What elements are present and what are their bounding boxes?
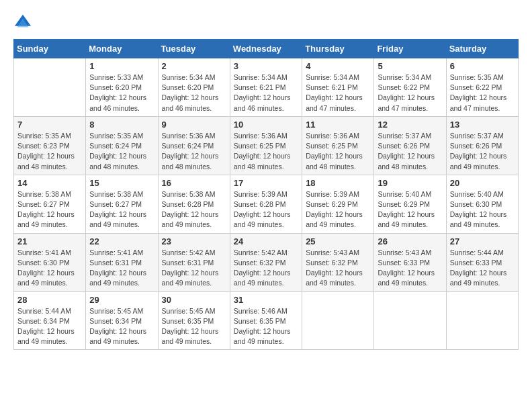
calendar-cell: 28Sunrise: 5:44 AM Sunset: 6:34 PM Dayli… <box>14 291 86 350</box>
week-row-2: 7Sunrise: 5:35 AM Sunset: 6:23 PM Daylig… <box>14 116 519 175</box>
day-info: Sunrise: 5:34 AM Sunset: 6:20 PM Dayligh… <box>162 73 226 113</box>
day-number: 14 <box>17 178 82 188</box>
calendar-cell <box>302 291 374 350</box>
day-info: Sunrise: 5:42 AM Sunset: 6:32 PM Dayligh… <box>234 248 298 289</box>
day-number: 28 <box>17 295 82 305</box>
calendar-cell: 3Sunrise: 5:34 AM Sunset: 6:21 PM Daylig… <box>230 58 302 117</box>
day-number: 11 <box>306 120 370 130</box>
calendar-cell: 7Sunrise: 5:35 AM Sunset: 6:23 PM Daylig… <box>14 116 86 175</box>
day-number: 9 <box>162 120 226 130</box>
day-info: Sunrise: 5:39 AM Sunset: 6:28 PM Dayligh… <box>234 189 298 230</box>
day-number: 24 <box>234 236 298 246</box>
calendar-cell: 20Sunrise: 5:40 AM Sunset: 6:30 PM Dayli… <box>446 175 518 233</box>
day-info: Sunrise: 5:36 AM Sunset: 6:25 PM Dayligh… <box>306 131 370 172</box>
day-number: 10 <box>234 120 298 130</box>
calendar-cell <box>14 58 86 117</box>
day-number: 26 <box>378 236 442 246</box>
header-saturday: Saturday <box>446 40 518 58</box>
day-number: 19 <box>378 178 442 188</box>
day-info: Sunrise: 5:39 AM Sunset: 6:29 PM Dayligh… <box>306 189 370 230</box>
calendar-cell: 12Sunrise: 5:37 AM Sunset: 6:26 PM Dayli… <box>374 116 446 175</box>
day-info: Sunrise: 5:35 AM Sunset: 6:24 PM Dayligh… <box>89 131 154 172</box>
calendar-cell: 23Sunrise: 5:42 AM Sunset: 6:31 PM Dayli… <box>158 233 230 291</box>
calendar-cell: 19Sunrise: 5:40 AM Sunset: 6:29 PM Dayli… <box>374 175 446 233</box>
day-number: 13 <box>450 120 515 130</box>
calendar-cell: 25Sunrise: 5:43 AM Sunset: 6:32 PM Dayli… <box>302 233 374 291</box>
day-info: Sunrise: 5:46 AM Sunset: 6:35 PM Dayligh… <box>234 306 298 347</box>
calendar-cell: 9Sunrise: 5:36 AM Sunset: 6:24 PM Daylig… <box>158 116 230 175</box>
day-number: 8 <box>89 120 154 130</box>
day-info: Sunrise: 5:33 AM Sunset: 6:20 PM Dayligh… <box>89 73 154 113</box>
day-info: Sunrise: 5:35 AM Sunset: 6:22 PM Dayligh… <box>450 73 515 113</box>
day-number: 1 <box>89 61 154 71</box>
day-info: Sunrise: 5:38 AM Sunset: 6:27 PM Dayligh… <box>17 189 82 230</box>
day-info: Sunrise: 5:42 AM Sunset: 6:31 PM Dayligh… <box>162 248 226 289</box>
day-info: Sunrise: 5:40 AM Sunset: 6:29 PM Dayligh… <box>378 189 442 230</box>
calendar-cell: 24Sunrise: 5:42 AM Sunset: 6:32 PM Dayli… <box>230 233 302 291</box>
day-number: 5 <box>378 61 442 71</box>
calendar-cell: 10Sunrise: 5:36 AM Sunset: 6:25 PM Dayli… <box>230 116 302 175</box>
day-number: 15 <box>89 178 154 188</box>
day-info: Sunrise: 5:34 AM Sunset: 6:21 PM Dayligh… <box>234 73 298 113</box>
week-row-4: 21Sunrise: 5:41 AM Sunset: 6:30 PM Dayli… <box>14 233 519 291</box>
day-info: Sunrise: 5:43 AM Sunset: 6:33 PM Dayligh… <box>378 248 442 289</box>
day-info: Sunrise: 5:36 AM Sunset: 6:24 PM Dayligh… <box>162 131 226 172</box>
header-friday: Friday <box>374 40 446 58</box>
day-number: 23 <box>162 236 226 246</box>
day-info: Sunrise: 5:41 AM Sunset: 6:30 PM Dayligh… <box>17 248 82 289</box>
week-row-1: 1Sunrise: 5:33 AM Sunset: 6:20 PM Daylig… <box>14 58 519 117</box>
calendar-cell: 1Sunrise: 5:33 AM Sunset: 6:20 PM Daylig… <box>86 58 158 117</box>
calendar-cell: 30Sunrise: 5:45 AM Sunset: 6:35 PM Dayli… <box>158 291 230 350</box>
day-info: Sunrise: 5:36 AM Sunset: 6:25 PM Dayligh… <box>234 131 298 172</box>
day-info: Sunrise: 5:40 AM Sunset: 6:30 PM Dayligh… <box>450 189 515 230</box>
day-number: 25 <box>306 236 370 246</box>
day-number: 4 <box>306 61 370 71</box>
calendar-cell: 11Sunrise: 5:36 AM Sunset: 6:25 PM Dayli… <box>302 116 374 175</box>
calendar-cell: 27Sunrise: 5:44 AM Sunset: 6:33 PM Dayli… <box>446 233 518 291</box>
header-thursday: Thursday <box>302 40 374 58</box>
logo-icon <box>13 13 32 32</box>
day-number: 12 <box>378 120 442 130</box>
calendar-cell: 2Sunrise: 5:34 AM Sunset: 6:20 PM Daylig… <box>158 58 230 117</box>
day-info: Sunrise: 5:44 AM Sunset: 6:34 PM Dayligh… <box>17 306 82 347</box>
calendar-cell: 6Sunrise: 5:35 AM Sunset: 6:22 PM Daylig… <box>446 58 518 117</box>
day-number: 21 <box>17 236 82 246</box>
day-info: Sunrise: 5:35 AM Sunset: 6:23 PM Dayligh… <box>17 131 82 172</box>
week-row-5: 28Sunrise: 5:44 AM Sunset: 6:34 PM Dayli… <box>14 291 519 350</box>
day-number: 3 <box>234 61 298 71</box>
calendar-cell: 21Sunrise: 5:41 AM Sunset: 6:30 PM Dayli… <box>14 233 86 291</box>
day-number: 31 <box>234 295 298 305</box>
day-number: 27 <box>450 236 515 246</box>
day-info: Sunrise: 5:41 AM Sunset: 6:31 PM Dayligh… <box>89 248 154 289</box>
calendar-cell: 14Sunrise: 5:38 AM Sunset: 6:27 PM Dayli… <box>14 175 86 233</box>
day-number: 18 <box>306 178 370 188</box>
calendar-cell: 17Sunrise: 5:39 AM Sunset: 6:28 PM Dayli… <box>230 175 302 233</box>
day-number: 7 <box>17 120 82 130</box>
day-number: 22 <box>89 236 154 246</box>
week-row-3: 14Sunrise: 5:38 AM Sunset: 6:27 PM Dayli… <box>14 175 519 233</box>
logo <box>13 13 35 32</box>
day-info: Sunrise: 5:45 AM Sunset: 6:34 PM Dayligh… <box>89 306 154 347</box>
day-info: Sunrise: 5:45 AM Sunset: 6:35 PM Dayligh… <box>162 306 226 347</box>
calendar-cell: 16Sunrise: 5:38 AM Sunset: 6:28 PM Dayli… <box>158 175 230 233</box>
page-header <box>13 13 519 32</box>
header-sunday: Sunday <box>14 40 86 58</box>
header-monday: Monday <box>86 40 158 58</box>
day-number: 17 <box>234 178 298 188</box>
header-tuesday: Tuesday <box>158 40 230 58</box>
calendar-cell: 8Sunrise: 5:35 AM Sunset: 6:24 PM Daylig… <box>86 116 158 175</box>
calendar-cell: 31Sunrise: 5:46 AM Sunset: 6:35 PM Dayli… <box>230 291 302 350</box>
day-info: Sunrise: 5:37 AM Sunset: 6:26 PM Dayligh… <box>378 131 442 172</box>
calendar-cell: 22Sunrise: 5:41 AM Sunset: 6:31 PM Dayli… <box>86 233 158 291</box>
calendar-cell <box>374 291 446 350</box>
day-number: 2 <box>162 61 226 71</box>
calendar-cell <box>446 291 518 350</box>
calendar-cell: 13Sunrise: 5:37 AM Sunset: 6:26 PM Dayli… <box>446 116 518 175</box>
day-info: Sunrise: 5:34 AM Sunset: 6:22 PM Dayligh… <box>378 73 442 113</box>
day-number: 20 <box>450 178 515 188</box>
calendar-cell: 5Sunrise: 5:34 AM Sunset: 6:22 PM Daylig… <box>374 58 446 117</box>
day-number: 30 <box>162 295 226 305</box>
day-info: Sunrise: 5:44 AM Sunset: 6:33 PM Dayligh… <box>450 248 515 289</box>
calendar-cell: 4Sunrise: 5:34 AM Sunset: 6:21 PM Daylig… <box>302 58 374 117</box>
day-info: Sunrise: 5:34 AM Sunset: 6:21 PM Dayligh… <box>306 73 370 113</box>
